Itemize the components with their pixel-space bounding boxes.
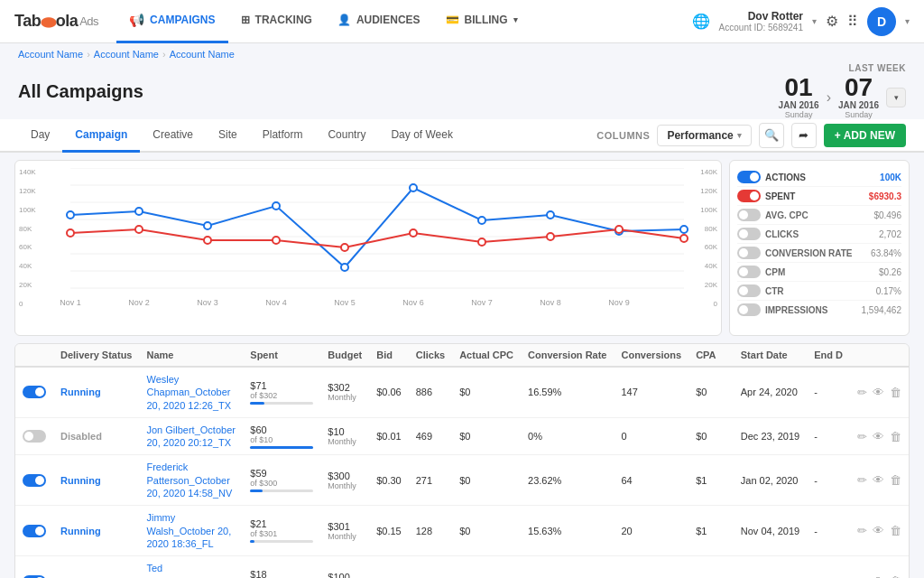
- edit-icon-1[interactable]: ✏: [857, 430, 867, 443]
- legend-ctr-value: 0.17%: [876, 286, 901, 296]
- row-actions-2: ✏ 👁 🗑: [850, 455, 909, 506]
- col-spent[interactable]: Spent: [243, 344, 320, 367]
- tab-platform[interactable]: Platform: [250, 119, 316, 153]
- row-toggle-2[interactable]: [23, 474, 46, 487]
- col-cpa[interactable]: CPA: [688, 344, 734, 367]
- svg-point-9: [135, 208, 143, 215]
- row-toggle-3[interactable]: [23, 525, 46, 537]
- tab-dayofweek[interactable]: Day of Week: [378, 119, 465, 153]
- col-budget[interactable]: Budget: [320, 344, 369, 367]
- row-status-4: Paused: [53, 556, 139, 578]
- view-icon-4[interactable]: 👁: [873, 574, 884, 578]
- columns-dropdown-arrow: ▾: [737, 131, 742, 140]
- tab-creative[interactable]: Creative: [140, 119, 206, 153]
- row-actions-0: ✏ 👁 🗑: [850, 367, 909, 417]
- col-actual-cpc[interactable]: Actual CPC: [452, 344, 521, 367]
- row-name-4[interactable]: Ted Garrett_October 20, 2020 07:48_MD: [139, 556, 243, 578]
- view-icon-0[interactable]: 👁: [873, 386, 884, 399]
- svg-point-19: [135, 226, 143, 233]
- delete-icon-1[interactable]: 🗑: [890, 430, 901, 443]
- breadcrumb-item-1[interactable]: Account Name: [18, 49, 83, 60]
- row-name-1[interactable]: Jon Gilbert_October 20, 2020 20:12_TX: [139, 417, 243, 455]
- delete-icon-3[interactable]: 🗑: [890, 524, 901, 537]
- view-icon-3[interactable]: 👁: [873, 524, 884, 537]
- row-toggle-0[interactable]: [23, 386, 46, 398]
- row-name-2[interactable]: Frederick Patterson_October 20, 2020 14:…: [139, 455, 243, 506]
- view-icon-1[interactable]: 👁: [873, 430, 884, 443]
- billing-dropdown-icon: ▾: [513, 15, 518, 24]
- user-avatar[interactable]: D: [867, 7, 896, 36]
- legend-clicks-label: CLICKS: [765, 229, 799, 239]
- col-status[interactable]: Delivery Status: [53, 344, 139, 367]
- avatar-dropdown-icon[interactable]: ▾: [905, 16, 910, 26]
- toggle-spent[interactable]: [737, 190, 761, 202]
- toggle-cpm[interactable]: [737, 266, 761, 278]
- row-bid-2: $0.30: [369, 455, 409, 506]
- edit-icon-0[interactable]: ✏: [857, 386, 867, 399]
- row-clicks-1: 469: [409, 417, 452, 455]
- date-range-dropdown[interactable]: ▾: [886, 88, 906, 107]
- legend-clicks-value: 2,702: [879, 229, 901, 239]
- svg-point-27: [680, 235, 688, 242]
- col-clicks[interactable]: Clicks: [409, 344, 452, 367]
- col-name[interactable]: Name: [139, 344, 243, 367]
- toggle-avg-cpc[interactable]: [737, 209, 761, 221]
- tab-country[interactable]: Country: [315, 119, 378, 153]
- row-actual-cpc-4: $0: [452, 556, 521, 578]
- nav-item-campaigns[interactable]: 📢 CAMPAIGNS: [116, 0, 227, 43]
- col-start-date[interactable]: Start Date: [734, 344, 807, 367]
- nav-item-audiences[interactable]: 👤 AUDIENCES: [325, 0, 433, 43]
- col-conversions[interactable]: Conversions: [614, 344, 688, 367]
- dropdown-arrow-icon[interactable]: ▾: [812, 16, 817, 26]
- add-new-button[interactable]: + ADD NEW: [824, 124, 906, 147]
- delete-icon-0[interactable]: 🗑: [890, 386, 901, 399]
- toggle-clicks[interactable]: [737, 228, 761, 240]
- gear-icon[interactable]: ⚙: [826, 13, 838, 30]
- row-conversion-rate-1: 0%: [521, 417, 614, 455]
- columns-dropdown[interactable]: Performance ▾: [657, 125, 751, 146]
- nav-item-tracking[interactable]: ⊞ TRACKING: [228, 0, 325, 43]
- row-toggle-1[interactable]: [23, 430, 46, 443]
- row-name-3[interactable]: Jimmy Walsh_October 20, 2020 18:36_FL: [139, 506, 243, 556]
- breadcrumb-item-3[interactable]: Account Name: [170, 49, 235, 60]
- svg-point-20: [204, 237, 211, 244]
- tab-day[interactable]: Day: [18, 119, 62, 153]
- row-end-date-3: -: [807, 506, 850, 556]
- svg-text:Nov 9: Nov 9: [608, 298, 630, 307]
- row-spent-3: $21 of $301: [243, 506, 320, 556]
- row-clicks-4: 547: [409, 556, 452, 578]
- breadcrumb-item-2[interactable]: Account Name: [94, 49, 159, 60]
- table-row: Running Wesley Chapman_October 20, 2020 …: [15, 367, 909, 417]
- row-status-2: Running: [53, 455, 139, 506]
- edit-icon-3[interactable]: ✏: [857, 524, 867, 537]
- legend-item-spent: SPENT $6930.3: [737, 187, 901, 206]
- col-conversion-rate[interactable]: Conversion Rate: [521, 344, 614, 367]
- delete-icon-4[interactable]: 🗑: [890, 574, 901, 578]
- date-range-arrow: ›: [827, 89, 831, 106]
- legend-spent-value: $6930.3: [869, 191, 901, 201]
- col-toggle: [15, 344, 53, 367]
- edit-icon-4[interactable]: ✏: [857, 574, 867, 578]
- share-button[interactable]: ➦: [791, 123, 817, 148]
- row-cpa-4: $1: [688, 556, 734, 578]
- toggle-actions[interactable]: [737, 171, 761, 183]
- tab-campaign[interactable]: Campaign: [62, 119, 140, 153]
- col-end-date[interactable]: End D: [807, 344, 850, 367]
- delete-icon-2[interactable]: 🗑: [890, 473, 901, 487]
- nav-item-billing[interactable]: 💳 BILLING ▾: [433, 0, 531, 43]
- search-button[interactable]: 🔍: [759, 123, 784, 148]
- row-budget-2: $300 Monthly: [320, 455, 369, 506]
- globe-icon[interactable]: 🌐: [692, 13, 710, 30]
- edit-icon-2[interactable]: ✏: [857, 473, 867, 487]
- toggle-conversion-rate[interactable]: [737, 247, 761, 259]
- tab-site[interactable]: Site: [206, 119, 250, 153]
- toggle-impressions[interactable]: [737, 303, 761, 316]
- view-icon-2[interactable]: 👁: [873, 473, 884, 487]
- grid-icon[interactable]: ⠿: [847, 13, 858, 30]
- toggle-ctr[interactable]: [737, 284, 761, 297]
- table-section: Delivery Status Name Spent Budget Bid Cl…: [14, 343, 910, 578]
- row-name-0[interactable]: Wesley Chapman_October 20, 2020 12:26_TX: [139, 367, 243, 417]
- row-clicks-0: 886: [409, 367, 452, 417]
- col-bid[interactable]: Bid: [369, 344, 409, 367]
- logo[interactable]: Tab⬬olaAds: [14, 12, 98, 31]
